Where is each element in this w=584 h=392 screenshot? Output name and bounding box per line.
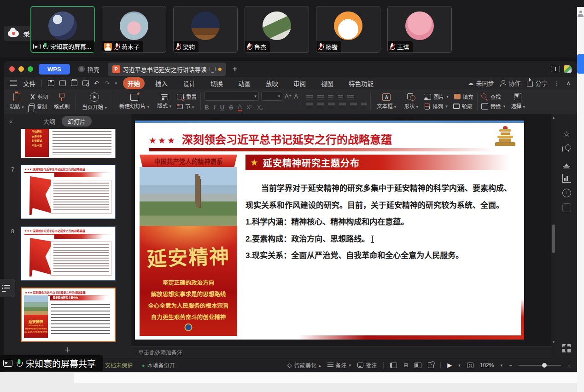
backup-status[interactable]: ● 本地备份开 xyxy=(142,361,175,369)
layout-button[interactable]: 版式 ▾ xyxy=(155,91,174,112)
menu-review[interactable]: 审阅 xyxy=(289,77,310,89)
participant-tile-wangqi[interactable]: 王琪 xyxy=(387,6,452,53)
share-button[interactable]: 分享 xyxy=(527,79,547,87)
select-button[interactable]: 选择 ▾ xyxy=(508,91,527,112)
slide-canvas[interactable]: ★★★ 深刻领会习近平总书记延安之行的战略意蕴 中国共产党人的精神谱系 延安精神 xyxy=(135,121,524,340)
participant-tile-liangjun[interactable]: 梁钧 xyxy=(173,6,238,53)
bold-button[interactable]: B xyxy=(204,104,209,111)
line-spacing-icon[interactable] xyxy=(347,95,354,100)
slide-thumbnail-8[interactable]: ★★★ 深刻领会习近平总书记延安之行的战略意蕴 源于红色血脉 xyxy=(21,226,116,281)
fill-button[interactable]: 填充 xyxy=(454,93,473,100)
columns-icon[interactable] xyxy=(361,103,367,108)
align-center-icon[interactable] xyxy=(317,103,324,108)
scroll-down-icon[interactable]: ▼ xyxy=(552,340,555,344)
zoom-out-button[interactable]: − xyxy=(509,362,512,369)
underline-button[interactable]: U xyxy=(220,104,224,111)
wps-home-button[interactable]: WPS xyxy=(39,64,70,75)
align-right-icon[interactable] xyxy=(328,103,335,108)
textbox-button[interactable]: A 文本框 ▾ xyxy=(374,91,398,112)
menu-home[interactable]: 开始 xyxy=(123,77,145,89)
zoom-slider[interactable] xyxy=(519,365,561,366)
protection-status[interactable]: ⊗ 文档未保护 xyxy=(98,361,133,369)
play-slideshow-button[interactable]: ▶ xyxy=(447,362,452,369)
collaborate-button[interactable]: 协作 xyxy=(500,79,520,87)
wps-vip-icon[interactable] xyxy=(564,65,572,73)
tab-document[interactable]: P 习近平总书记延安之行讲话导读 xyxy=(108,63,226,76)
notes-bar[interactable]: 单击此处添加备注 xyxy=(131,346,551,358)
print-icon[interactable] xyxy=(71,80,77,86)
increase-indent-icon[interactable] xyxy=(338,95,343,100)
menu-insert[interactable]: 插入 xyxy=(151,77,172,89)
copy-button[interactable]: 复制 xyxy=(29,103,48,110)
shrink-font-icon[interactable]: A xyxy=(294,93,298,100)
picture-button[interactable]: 图片 ▾ xyxy=(424,93,449,100)
menu-design[interactable]: 设计 xyxy=(178,77,200,89)
print-preview-icon[interactable] xyxy=(82,80,89,86)
zoom-dropdown-icon[interactable]: ▾ xyxy=(500,363,502,368)
distribute-icon[interactable] xyxy=(350,103,357,108)
resource-icon[interactable] xyxy=(562,159,571,168)
redo-icon[interactable]: ↷ xyxy=(105,80,110,86)
bullets-icon[interactable] xyxy=(306,95,313,100)
save-icon[interactable] xyxy=(48,80,54,86)
close-window-button[interactable] xyxy=(9,66,15,72)
slide-sorter-icon[interactable]: ⊞ xyxy=(403,362,408,369)
output-icon[interactable] xyxy=(59,80,66,86)
align-left-icon[interactable] xyxy=(306,103,313,108)
paste-button[interactable]: 粘贴 ▾ xyxy=(7,91,26,112)
find-button[interactable]: 查找 xyxy=(481,93,506,100)
zoom-in-button[interactable]: + xyxy=(567,362,571,369)
play-options-icon[interactable]: ▾ xyxy=(458,363,461,368)
participant-tile-lujie[interactable]: 鲁杰 xyxy=(245,6,309,53)
theme-icon[interactable] xyxy=(428,362,434,368)
comment-button[interactable]: 批注 xyxy=(357,361,377,369)
reset-button[interactable]: 重置 xyxy=(177,93,197,100)
floating-list-handle[interactable] xyxy=(0,279,15,297)
menu-slideshow[interactable]: 放映 xyxy=(261,77,283,89)
reading-view-icon[interactable] xyxy=(415,363,421,368)
tab-docer[interactable]: 稻壳 xyxy=(74,63,104,76)
side-panel-blue-tab[interactable] xyxy=(577,54,584,74)
decrease-indent-icon[interactable] xyxy=(328,95,333,100)
task-window-grid-icon[interactable] xyxy=(562,344,571,352)
notes-button[interactable]: 备注 ▾ xyxy=(327,361,351,369)
member-badge-icon[interactable]: ☆ xyxy=(562,130,571,138)
smart-beautify-button[interactable]: ◇ 智能美化 ▴ xyxy=(287,361,321,369)
sync-status[interactable]: ☁ 未同步 xyxy=(467,79,494,87)
superscript-button[interactable]: X² xyxy=(246,104,252,111)
participants-icon[interactable] xyxy=(578,11,584,17)
collapse-ribbon-icon[interactable]: ∧ xyxy=(566,80,571,86)
more-menu-icon[interactable]: ⋮ xyxy=(554,80,560,86)
play-from-current-button[interactable]: 当页开始 ▾ xyxy=(80,91,109,112)
fit-to-window-icon[interactable] xyxy=(467,363,473,368)
quickbar-dropdown-icon[interactable]: ▾ xyxy=(115,81,117,86)
replace-button[interactable]: 替换 ▾ xyxy=(481,103,506,110)
shapes-button[interactable]: 形状 ▾ xyxy=(402,91,420,112)
slide-body-text[interactable]: 当前学界对于延安精神的研究多集中于延安精神的科学内涵、要素构成、现实关系和作风建… xyxy=(245,180,518,265)
global-menu-icon[interactable] xyxy=(10,81,17,86)
italic-button[interactable]: I xyxy=(214,104,216,111)
participant-tile-jiangmuzi[interactable]: 蒋木子 xyxy=(102,6,166,53)
slide-thumbnail-6[interactable]: 坚守理想践行初心 担当使命不怕牺牲 英勇斗争对党忠诚 不负人民 xyxy=(21,129,116,158)
cut-button[interactable]: 剪切 xyxy=(29,93,48,100)
chart-icon[interactable] xyxy=(562,174,571,183)
menu-animation[interactable]: 动画 xyxy=(234,77,255,89)
undo-icon[interactable]: ↶ xyxy=(94,80,99,86)
menu-special-features[interactable]: 特色功能 xyxy=(344,77,378,89)
zoom-level[interactable]: 102% xyxy=(480,362,494,369)
section-button[interactable]: 节 ▾ xyxy=(177,103,197,110)
maximize-window-button[interactable] xyxy=(28,66,33,72)
zoom-slider-knob[interactable] xyxy=(542,363,547,368)
convert-shape-icon[interactable] xyxy=(562,144,571,153)
tab-outline[interactable]: 大纲 xyxy=(43,117,55,126)
tab-slides[interactable]: 幻灯片 xyxy=(62,116,92,127)
scrollbar-thumb[interactable] xyxy=(552,225,555,253)
font-family-select[interactable]: ▾ xyxy=(204,92,259,101)
subscript-button[interactable]: X₂ xyxy=(257,104,263,111)
font-color-button[interactable]: A xyxy=(238,103,242,111)
format-painter-button[interactable]: 格式刷 xyxy=(52,91,72,112)
numbering-icon[interactable] xyxy=(317,95,324,100)
menu-view[interactable]: 视图 xyxy=(316,77,338,89)
window-layout-icon[interactable] xyxy=(551,66,560,72)
font-size-select[interactable]: ▾ xyxy=(261,92,282,101)
